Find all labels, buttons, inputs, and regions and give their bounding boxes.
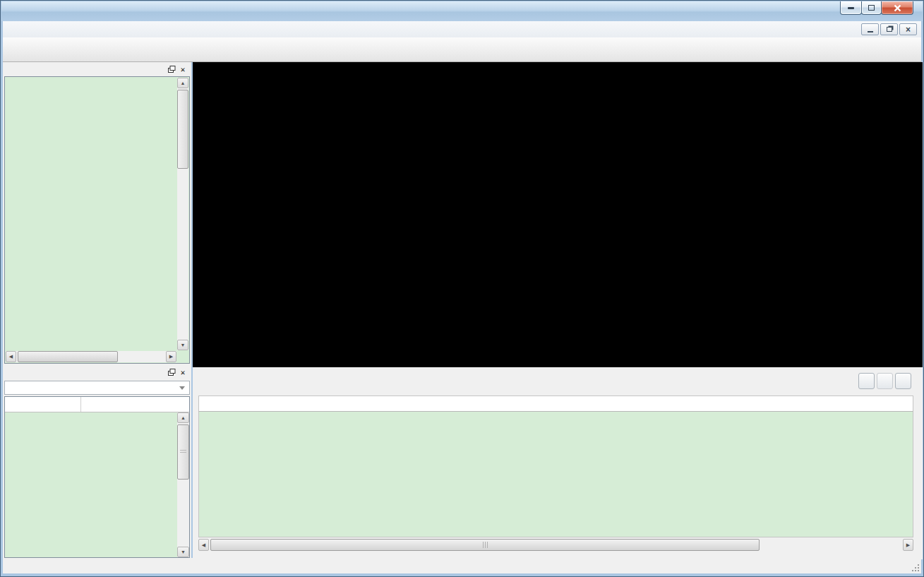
scroll-right-icon[interactable]: ▶ — [903, 539, 913, 551]
resize-grip[interactable] — [911, 563, 920, 572]
properties-col-header — [5, 397, 81, 412]
window-close-button[interactable] — [881, 1, 913, 15]
tree-hscrollbar[interactable]: ◀ ▶ — [6, 351, 176, 362]
panel-close-button[interactable]: ✕ — [177, 367, 188, 377]
job-table-body — [198, 412, 913, 537]
job-settings-button[interactable] — [858, 373, 875, 389]
job-hscrollbar[interactable]: ◀ ▶ — [198, 539, 913, 551]
float-icon — [167, 368, 176, 376]
maximize-icon — [868, 5, 875, 11]
status-bar — [3, 558, 921, 573]
job-manager-panel: ◀ ▶ — [193, 367, 923, 559]
symmetry-system-select[interactable] — [4, 381, 190, 395]
scroll-up-icon[interactable]: ▲ — [177, 78, 188, 88]
job-shuffle-button[interactable] — [877, 373, 893, 389]
panel-float-button[interactable] — [166, 64, 177, 74]
scroll-left-icon[interactable]: ◀ — [198, 539, 209, 551]
structure-canvas[interactable] — [193, 62, 923, 367]
mdi-minimize-button[interactable] — [861, 23, 879, 35]
minimize-icon — [848, 7, 854, 9]
mdi-restore-button[interactable] — [880, 23, 898, 35]
scroll-down-icon[interactable]: ▼ — [177, 547, 189, 557]
properties-panel-header: ✕ — [3, 365, 191, 379]
mdi-minimize-icon — [868, 31, 873, 32]
panel-close-button[interactable]: ✕ — [177, 64, 188, 74]
scroll-left-icon[interactable]: ◀ — [6, 351, 16, 362]
scroll-right-icon[interactable]: ▶ — [166, 351, 176, 362]
menu-bar: × — [3, 21, 921, 37]
mdi-restore-icon — [887, 27, 892, 32]
properties-panel: ✕ ▲ ▼ — [3, 365, 191, 559]
structure-viewport[interactable] — [193, 62, 923, 367]
scroll-up-icon[interactable]: ▲ — [177, 412, 189, 423]
project-panel: ✕ ▲ ▼ ◀ ▶ — [3, 62, 191, 365]
float-icon — [167, 65, 176, 73]
tree-hscroll-thumb[interactable] — [18, 351, 118, 362]
job-hscroll-thumb[interactable] — [210, 539, 760, 551]
panel-float-button[interactable] — [166, 367, 177, 377]
mdi-close-button[interactable]: × — [899, 23, 917, 35]
value-col-header — [81, 397, 189, 412]
title-bar[interactable] — [1, 1, 923, 21]
project-panel-header: ✕ — [3, 62, 191, 76]
properties-table: ▲ ▼ — [4, 396, 190, 558]
tree-vscrollbar[interactable]: ▲ ▼ — [177, 78, 188, 350]
job-refresh-button[interactable] — [895, 373, 911, 389]
project-tree: ▲ ▼ ◀ ▶ — [4, 76, 190, 364]
tree-vscroll-thumb[interactable] — [177, 90, 188, 169]
close-icon — [893, 4, 902, 12]
properties-vscroll-thumb[interactable] — [177, 424, 189, 480]
window-minimize-button[interactable] — [840, 1, 862, 15]
properties-vscrollbar[interactable]: ▲ ▼ — [177, 412, 189, 557]
job-table — [198, 395, 913, 537]
scroll-down-icon[interactable]: ▼ — [177, 340, 188, 350]
window-maximize-button[interactable] — [861, 1, 882, 15]
chevron-down-icon — [179, 386, 185, 390]
app-window: × ✕ ▲ ▼ ◀ ▶ — [0, 0, 924, 577]
toolbar — [3, 37, 921, 62]
mdi-close-icon: × — [906, 25, 911, 34]
